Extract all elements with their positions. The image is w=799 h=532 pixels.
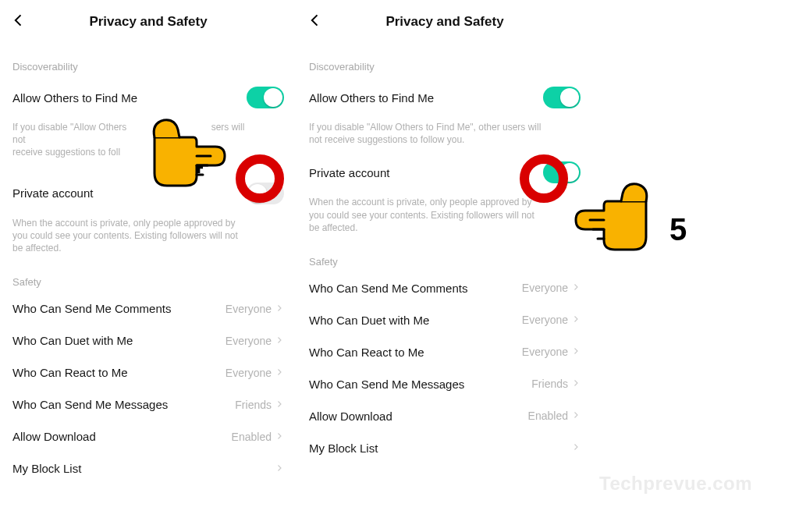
allow-find-label: Allow Others to Find Me bbox=[12, 91, 137, 105]
chevron-right-icon bbox=[275, 463, 284, 475]
safety-row-value: Enabled bbox=[232, 431, 284, 443]
safety-row-label: Who Can Duet with Me bbox=[309, 314, 429, 327]
watermark: Techprevue.com bbox=[599, 473, 752, 495]
chevron-right-icon bbox=[275, 303, 284, 315]
safety-row[interactable]: Allow DownloadEnabled bbox=[297, 400, 593, 432]
page-title: Privacy and Safety bbox=[385, 14, 503, 30]
chevron-right-icon bbox=[571, 378, 581, 390]
safety-row[interactable]: Who Can Send Me MessagesFriends bbox=[297, 368, 593, 400]
safety-row-value: Friends bbox=[531, 378, 581, 390]
allow-find-toggle[interactable] bbox=[543, 87, 581, 108]
safety-row-label: Who Can React to Me bbox=[12, 366, 128, 379]
safety-row-value: Enabled bbox=[528, 410, 581, 422]
allow-find-desc: If you disable "Allow Others to Find Me"… bbox=[0, 118, 257, 164]
safety-row-label: Allow Download bbox=[12, 430, 96, 443]
private-account-desc: When the account is private, only people… bbox=[297, 193, 554, 239]
back-button[interactable] bbox=[307, 12, 323, 31]
section-safety: Safety bbox=[297, 239, 593, 272]
safety-row[interactable]: Who Can Send Me MessagesFriends bbox=[0, 388, 297, 420]
safety-row[interactable]: Who Can Duet with MeEveryone bbox=[0, 325, 297, 356]
safety-row-label: Who Can Send Me Comments bbox=[12, 302, 171, 315]
safety-row-value: Everyone bbox=[225, 335, 284, 347]
allow-find-label: Allow Others to Find Me bbox=[309, 91, 434, 105]
row-private-account: Private account bbox=[0, 164, 297, 214]
safety-row-value: Friends bbox=[235, 399, 284, 411]
safety-row-value: Everyone bbox=[522, 346, 581, 358]
private-account-toggle[interactable] bbox=[247, 183, 284, 204]
private-account-label: Private account bbox=[309, 166, 389, 179]
settings-panel-step4: Privacy and Safety Discoverability Allow… bbox=[0, 0, 297, 484]
safety-row[interactable]: Who Can Send Me CommentsEveryone bbox=[297, 272, 593, 304]
chevron-left-icon bbox=[307, 12, 323, 28]
safety-row-value bbox=[571, 442, 581, 454]
safety-row[interactable]: Who Can Send Me CommentsEveryone bbox=[0, 293, 297, 325]
header: Privacy and Safety bbox=[0, 0, 297, 44]
safety-row-label: My Block List bbox=[309, 442, 378, 455]
settings-panel-step5: Privacy and Safety Discoverability Allow… bbox=[297, 0, 593, 464]
section-discoverability: Discoverability bbox=[0, 44, 297, 77]
safety-row[interactable]: Who Can Duet with MeEveryone bbox=[297, 304, 593, 336]
header: Privacy and Safety bbox=[297, 0, 593, 44]
page-title: Privacy and Safety bbox=[89, 14, 207, 30]
row-private-account: Private account bbox=[297, 151, 593, 193]
safety-list: Who Can Send Me CommentsEveryoneWho Can … bbox=[0, 293, 297, 484]
private-account-toggle[interactable] bbox=[543, 161, 581, 183]
section-safety: Safety bbox=[0, 259, 297, 293]
chevron-right-icon bbox=[571, 410, 581, 422]
private-account-label: Private account bbox=[12, 186, 93, 200]
safety-row-label: Who Can React to Me bbox=[309, 346, 424, 359]
private-account-desc: When the account is private, only people… bbox=[0, 214, 257, 260]
chevron-right-icon bbox=[275, 399, 284, 411]
row-allow-find: Allow Others to Find Me bbox=[297, 77, 593, 118]
chevron-right-icon bbox=[275, 367, 284, 379]
safety-row[interactable]: Who Can React to MeEveryone bbox=[297, 336, 593, 368]
chevron-right-icon bbox=[571, 314, 581, 326]
safety-row-value: Everyone bbox=[522, 314, 581, 326]
safety-row-value: Everyone bbox=[522, 282, 581, 294]
safety-row[interactable]: My Block List bbox=[297, 432, 593, 464]
row-allow-find: Allow Others to Find Me bbox=[0, 77, 297, 118]
safety-row[interactable]: Who Can React to MeEveryone bbox=[0, 356, 297, 388]
safety-row-value: Everyone bbox=[225, 303, 284, 315]
safety-row-value bbox=[275, 463, 284, 475]
safety-row[interactable]: Allow DownloadEnabled bbox=[0, 420, 297, 452]
safety-row-label: Who Can Send Me Messages bbox=[12, 398, 168, 411]
chevron-right-icon bbox=[571, 442, 581, 454]
chevron-left-icon bbox=[11, 12, 27, 28]
safety-row[interactable]: My Block List bbox=[0, 452, 297, 484]
safety-row-value: Everyone bbox=[225, 367, 284, 379]
safety-row-label: My Block List bbox=[12, 462, 81, 475]
allow-find-toggle[interactable] bbox=[247, 87, 284, 108]
back-button[interactable] bbox=[11, 12, 27, 31]
safety-row-label: Who Can Send Me Comments bbox=[309, 282, 467, 295]
safety-row-label: Allow Download bbox=[309, 410, 392, 423]
chevron-right-icon bbox=[571, 282, 581, 294]
chevron-right-icon bbox=[571, 346, 581, 358]
safety-row-label: Who Can Duet with Me bbox=[12, 334, 133, 347]
section-discoverability: Discoverability bbox=[297, 44, 593, 77]
chevron-right-icon bbox=[275, 431, 284, 443]
step-number-5: 5 bbox=[669, 212, 687, 247]
chevron-right-icon bbox=[275, 335, 284, 347]
allow-find-desc: If you disable "Allow Others to Find Me"… bbox=[297, 118, 554, 151]
safety-list: Who Can Send Me CommentsEveryoneWho Can … bbox=[297, 272, 593, 464]
safety-row-label: Who Can Send Me Messages bbox=[309, 378, 464, 391]
